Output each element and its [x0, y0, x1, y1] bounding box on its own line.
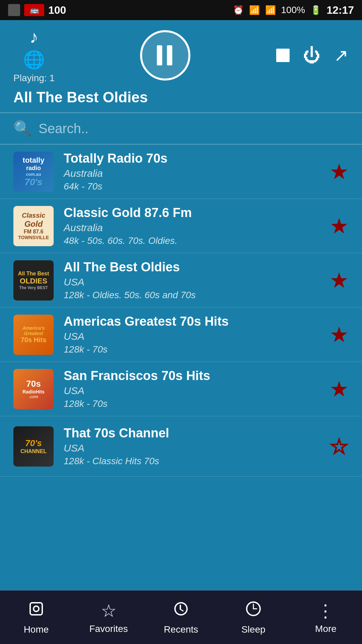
power-icon[interactable]: ⏻ [303, 45, 320, 65]
station-item[interactable]: totally radio com.au 70's Totally Radio … [0, 145, 362, 199]
alarm-icon: ⏰ [233, 5, 244, 15]
clock: 12:17 [326, 4, 354, 16]
pause-icon [157, 45, 174, 65]
battery-level: 100% [281, 5, 305, 15]
nav-item-favorites[interactable]: ☆ Favorites [72, 601, 145, 634]
pause-bar-left [157, 45, 162, 65]
station-country: USA [64, 331, 319, 342]
station-logo: All The Best OLDIES The Very BEST [13, 260, 54, 301]
svg-rect-0 [30, 603, 42, 615]
favorite-star[interactable]: ★ [329, 377, 349, 401]
pause-bar-right [167, 45, 172, 65]
nav-item-more[interactable]: ⋮ More [290, 601, 362, 634]
status-bar: 🚌 100 ⏰ 📶 📶 100% 🔋 12:17 [0, 0, 362, 20]
player-left-controls: ♪ 🌐 Playing: 1 [13, 27, 55, 84]
player-right-controls: ⏻ ↗ [276, 45, 349, 65]
station-name: All The Best Oldies [64, 260, 319, 274]
pause-button[interactable] [140, 30, 190, 80]
search-bar: 🔍 [0, 113, 362, 144]
home-icon [27, 600, 45, 622]
station-logo: totally radio com.au 70's [13, 152, 54, 192]
recents-icon [172, 600, 190, 622]
nav-item-recents[interactable]: Recents [145, 600, 217, 635]
station-info: Classic Gold 87.6 Fm Australia 48k - 50s… [64, 206, 319, 246]
station-details: 64k - 70s [64, 181, 319, 192]
station-info: All The Best Oldies USA 128k - Oldies. 5… [64, 260, 319, 301]
search-input[interactable] [39, 121, 349, 136]
stop-button[interactable] [276, 49, 290, 62]
station-name: Totally Radio 70s [64, 151, 319, 166]
nav-label-recents: Recents [164, 624, 198, 635]
station-name: Americas Greatest 70s Hits [64, 314, 319, 329]
station-item[interactable]: America'sGreatest 70s Hits Americas Grea… [0, 308, 362, 362]
station-name: That 70s Channel [64, 426, 319, 440]
favorite-star[interactable]: ★ [329, 322, 349, 347]
station-country: Australia [64, 168, 319, 179]
nav-label-more: More [315, 624, 337, 634]
favorite-star[interactable]: ★ [329, 159, 349, 184]
battery-icon: 🔋 [310, 5, 321, 15]
station-list: totally radio com.au 70's Totally Radio … [0, 145, 362, 477]
favorite-star[interactable]: ★ [329, 214, 349, 238]
station-details: 128k - 70s [64, 344, 319, 355]
now-playing-section: All The Best Oldies [0, 89, 362, 112]
nav-label-home: Home [24, 624, 49, 635]
nav-label-sleep: Sleep [241, 624, 265, 635]
station-item[interactable]: All The Best OLDIES The Very BEST All Th… [0, 253, 362, 308]
status-bar-left: 🚌 100 [8, 4, 66, 16]
station-info: Americas Greatest 70s Hits USA 128k - 70… [64, 314, 319, 355]
favorites-star-icon: ☆ [101, 601, 117, 621]
wifi-icon: 📶 [249, 5, 260, 15]
station-name: Classic Gold 87.6 Fm [64, 206, 319, 220]
favorite-star[interactable]: ★ [329, 268, 349, 293]
player-header: ♪ 🌐 Playing: 1 ⏻ ↗ [0, 20, 362, 89]
nav-label-favorites: Favorites [89, 624, 128, 634]
svg-point-1 [34, 606, 39, 611]
station-details: 128k - Classic Hits 70s [64, 456, 319, 467]
station-info: Totally Radio 70s Australia 64k - 70s [64, 151, 319, 192]
station-country: USA [64, 385, 319, 396]
station-details: 48k - 50s. 60s. 70s. Oldies. [64, 235, 319, 246]
station-item[interactable]: Classic Gold FM 87.6 TOWNSVILLE Classic … [0, 199, 362, 253]
share-icon[interactable]: ↗ [334, 45, 349, 65]
globe-icon[interactable]: 🌐 [23, 50, 45, 70]
signal-strength: 100 [48, 4, 66, 16]
station-details: 128k - Oldies. 50s. 60s and 70s [64, 290, 319, 301]
app-icon: 🚌 [24, 4, 44, 16]
search-icon: 🔍 [13, 120, 32, 137]
signal-icon: 📶 [265, 5, 276, 15]
station-info: That 70s Channel USA 128k - Classic Hits… [64, 426, 319, 467]
station-logo: 70s RadioHits .com [13, 369, 54, 409]
nav-item-sleep[interactable]: Sleep [217, 600, 290, 635]
station-item[interactable]: 70s RadioHits .com San Franciscos 70s Hi… [0, 362, 362, 416]
station-country: Australia [64, 222, 319, 233]
station-logo: America'sGreatest 70s Hits [13, 315, 54, 355]
now-playing-title: All The Best Oldies [13, 89, 148, 105]
playing-label: Playing: 1 [13, 73, 55, 84]
favorite-star[interactable]: ☆ [329, 434, 349, 459]
image-icon [8, 4, 20, 16]
station-logo: 70's CHANNEL [13, 426, 54, 467]
sleep-icon [245, 600, 262, 622]
station-details: 128k - 70s [64, 398, 319, 409]
station-logo: Classic Gold FM 87.6 TOWNSVILLE [13, 206, 54, 246]
nav-item-home[interactable]: Home [0, 600, 72, 635]
pause-button-container [140, 30, 190, 80]
music-icon[interactable]: ♪ [29, 27, 38, 47]
station-item[interactable]: 70's CHANNEL That 70s Channel USA 128k -… [0, 416, 362, 477]
bottom-nav: Home ☆ Favorites Recents Sleep ⋮ More [0, 590, 362, 644]
station-country: USA [64, 276, 319, 288]
more-icon: ⋮ [317, 601, 335, 621]
status-bar-right: ⏰ 📶 📶 100% 🔋 12:17 [233, 4, 354, 16]
station-info: San Franciscos 70s Hits USA 128k - 70s [64, 369, 319, 409]
station-country: USA [64, 442, 319, 454]
station-name: San Franciscos 70s Hits [64, 369, 319, 383]
